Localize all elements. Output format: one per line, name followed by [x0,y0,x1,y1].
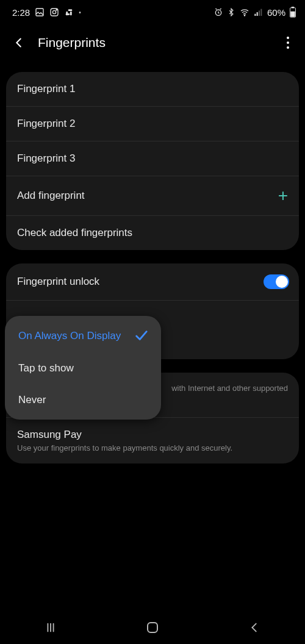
samsung-pay-desc: Use your fingerprints to make payments q… [17,443,232,453]
svg-point-19 [287,46,289,49]
check-fingerprints-row[interactable]: Check added fingerprints [6,216,299,250]
fingerprint-unlock-row[interactable]: Fingerprint unlock [6,263,299,301]
page-title: Fingerprints [38,35,270,50]
svg-rect-20 [148,623,157,632]
back-button[interactable] [11,35,27,51]
instagram-icon [49,7,59,17]
recents-button[interactable] [20,621,81,634]
status-time: 2:28 [12,7,30,18]
fingerprint-label: Fingerprint 1 [17,83,288,95]
add-fingerprint-label: Add fingerprint [17,190,278,202]
check-icon [134,329,148,343]
fingerprint-item[interactable]: Fingerprint 3 [6,141,299,176]
add-fingerprint-row[interactable]: Add fingerprint + [6,176,299,216]
image-icon [35,7,45,17]
svg-point-9 [244,15,245,16]
popup-option-label: Never [18,394,46,406]
svg-point-17 [287,37,289,39]
alarm-icon [214,7,223,17]
home-button[interactable] [122,620,183,635]
plus-icon: + [278,187,288,204]
fingerprint-label: Fingerprint 2 [17,118,288,130]
popup-option-always-on[interactable]: On Always On Display [5,320,161,352]
svg-point-3 [56,10,57,10]
popup-option-label: Tap to show [18,362,74,374]
slack-icon [64,7,74,17]
web-signin-desc: with Internet and other supported [171,384,288,393]
wifi-icon [239,7,250,17]
svg-point-18 [287,41,289,44]
more-options-button[interactable] [281,36,295,49]
svg-rect-0 [36,9,43,16]
fingerprint-unlock-label: Fingerprint unlock [17,276,264,288]
samsung-pay-label: Samsung Pay [17,429,82,441]
popup-option-never[interactable]: Never [5,384,161,416]
svg-rect-6 [70,12,72,16]
battery-percent: 60% [267,7,285,18]
fingerprint-unlock-toggle[interactable] [264,274,289,289]
popup-option-label: On Always On Display [18,330,121,342]
svg-point-2 [53,10,56,13]
svg-rect-16 [291,12,295,16]
svg-rect-7 [66,13,70,15]
app-header: Fingerprints [0,24,305,61]
battery-icon [289,7,296,18]
fingerprint-label: Fingerprint 3 [17,152,288,165]
check-fingerprints-label: Check added fingerprints [17,227,288,239]
svg-rect-15 [292,7,294,8]
always-on-popup: On Always On Display Tap to show Never [5,316,161,420]
svg-rect-12 [259,10,260,16]
navigation-bar [0,611,305,644]
svg-rect-11 [257,12,258,16]
fingerprint-item[interactable]: Fingerprint 2 [6,107,299,141]
samsung-pay-row[interactable]: Samsung Pay Use your fingerprints to mak… [6,418,299,463]
svg-rect-13 [260,9,262,16]
fingerprint-item[interactable]: Fingerprint 1 [6,72,299,107]
dot-icon: • [79,9,81,16]
bluetooth-icon [227,7,235,17]
popup-option-tap-to-show[interactable]: Tap to show [5,352,161,384]
nav-back-button[interactable] [224,621,285,634]
signal-icon [254,7,264,17]
svg-rect-5 [68,9,73,11]
fingerprints-group: Fingerprint 1 Fingerprint 2 Fingerprint … [6,72,299,250]
svg-rect-10 [254,14,256,16]
status-bar: 2:28 • 60% [0,0,305,24]
